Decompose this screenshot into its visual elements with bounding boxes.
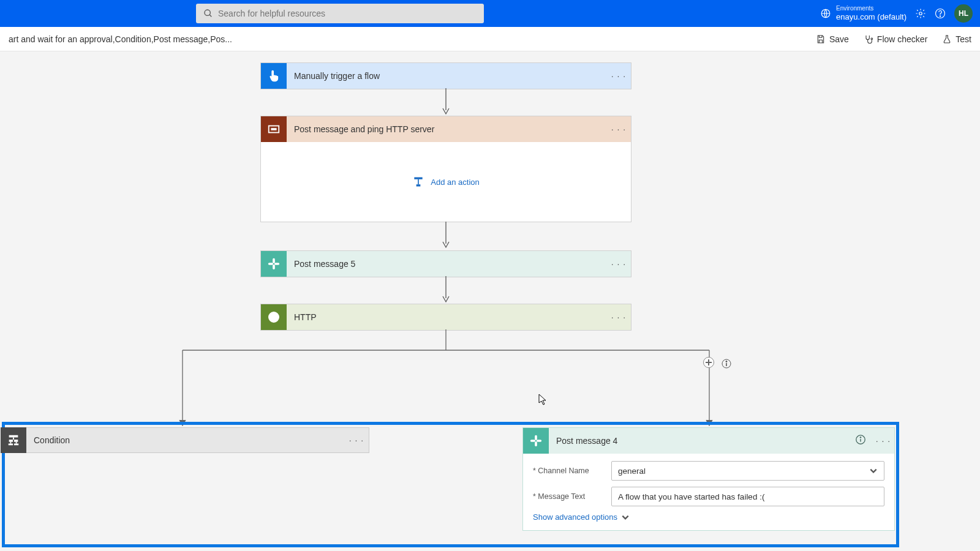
add-branch-button[interactable] — [703, 357, 714, 368]
svg-rect-12 — [417, 184, 421, 186]
test-flask-icon — [942, 34, 952, 44]
channel-name-select[interactable]: general — [611, 461, 884, 481]
svg-rect-40 — [537, 440, 541, 442]
flow-checker-label: Flow checker — [877, 34, 927, 44]
info-icon[interactable] — [855, 434, 872, 448]
slack-icon — [523, 428, 549, 454]
svg-rect-36 — [14, 444, 18, 446]
svg-rect-17 — [274, 263, 279, 265]
more-icon[interactable]: · · · — [606, 124, 631, 134]
svg-rect-14 — [273, 258, 275, 263]
svg-rect-39 — [530, 440, 535, 442]
message-text-label: Message Text — [533, 492, 611, 501]
more-icon[interactable]: · · · — [872, 436, 894, 446]
more-icon[interactable]: · · · — [606, 71, 631, 81]
svg-point-6 — [871, 38, 873, 40]
flow-checker-button[interactable]: Flow checker — [864, 34, 927, 44]
scope-icon — [261, 116, 287, 142]
touch-icon — [261, 63, 287, 89]
svg-line-1 — [209, 15, 211, 17]
scope-card[interactable]: Post message and ping HTTP server · · · … — [260, 116, 631, 222]
add-action-label: Add an action — [431, 178, 480, 187]
save-icon — [816, 34, 826, 44]
message-text-value: A flow that you have started has failed … — [618, 492, 764, 501]
condition-icon — [1, 427, 26, 453]
advanced-label: Show advanced options — [533, 512, 617, 522]
svg-rect-35 — [9, 444, 13, 446]
svg-rect-10 — [415, 178, 423, 179]
card-title: HTTP — [287, 312, 606, 322]
svg-rect-16 — [268, 263, 273, 265]
chevron-down-icon — [869, 467, 878, 475]
condition-card[interactable]: Condition · · · — [2, 427, 369, 453]
svg-rect-9 — [271, 128, 276, 130]
stethoscope-icon — [864, 34, 873, 44]
svg-rect-38 — [535, 441, 537, 446]
channel-name-value: general — [618, 467, 646, 476]
svg-rect-33 — [10, 442, 12, 444]
save-button[interactable]: Save — [816, 34, 849, 44]
environment-picker[interactable]: Environments enayu.com (default) — [820, 5, 907, 22]
environment-label: Environments — [836, 5, 907, 12]
channel-name-label: Channel Name — [533, 467, 611, 475]
gear-icon[interactable] — [915, 8, 926, 19]
svg-point-0 — [205, 10, 210, 15]
test-label: Test — [956, 34, 971, 44]
app-header: Environments enayu.com (default) HL — [0, 0, 980, 27]
search-box[interactable] — [196, 4, 484, 23]
svg-rect-30 — [13, 437, 14, 440]
svg-point-28 — [726, 361, 727, 362]
more-icon[interactable]: · · · — [606, 312, 631, 322]
svg-rect-32 — [14, 440, 18, 442]
svg-rect-29 — [9, 435, 18, 438]
branch-connector — [183, 329, 710, 427]
more-icon[interactable]: · · · — [606, 259, 631, 269]
card-title: Post message 5 — [287, 259, 606, 269]
test-button[interactable]: Test — [942, 34, 971, 44]
search-icon — [203, 9, 213, 18]
chevron-down-icon — [621, 513, 630, 522]
svg-point-43 — [860, 437, 861, 438]
search-input[interactable] — [218, 9, 477, 18]
svg-rect-15 — [273, 264, 275, 269]
toolbar: art and wait for an approval,Condition,P… — [0, 27, 980, 51]
branch-info-icon[interactable] — [722, 359, 731, 369]
avatar[interactable]: HL — [954, 4, 973, 23]
message-text-input[interactable]: A flow that you have started has failed … — [611, 487, 884, 506]
show-advanced-options[interactable]: Show advanced options — [533, 512, 884, 522]
card-title: Condition — [26, 435, 344, 445]
card-title: Manually trigger a flow — [287, 71, 606, 81]
add-action-button[interactable]: Add an action — [412, 176, 480, 188]
svg-point-5 — [940, 16, 940, 17]
post-message-4-card[interactable]: Post message 4 · · · Channel Name genera… — [522, 427, 895, 531]
breadcrumb: art and wait for an approval,Condition,P… — [9, 34, 232, 44]
card-title: Post message and ping HTTP server — [287, 124, 606, 134]
flow-canvas: Manually trigger a flow · · · Post messa… — [0, 51, 980, 551]
slack-icon — [261, 251, 287, 277]
environment-value: enayu.com (default) — [836, 12, 907, 22]
http-card[interactable]: HTTP · · · — [260, 304, 631, 331]
trigger-card[interactable]: Manually trigger a flow · · · — [260, 62, 631, 89]
save-label: Save — [829, 34, 849, 44]
svg-rect-37 — [535, 435, 537, 440]
more-icon[interactable]: · · · — [344, 435, 369, 445]
svg-point-3 — [919, 12, 922, 15]
svg-rect-31 — [9, 440, 13, 442]
post-message-5-card[interactable]: Post message 5 · · · — [260, 250, 631, 277]
add-action-icon — [412, 176, 424, 188]
help-icon[interactable] — [935, 8, 946, 19]
svg-rect-11 — [418, 179, 419, 184]
card-title: Post message 4 — [549, 436, 855, 446]
globe-icon — [261, 304, 287, 330]
svg-rect-34 — [16, 442, 17, 444]
environment-icon — [820, 8, 831, 19]
